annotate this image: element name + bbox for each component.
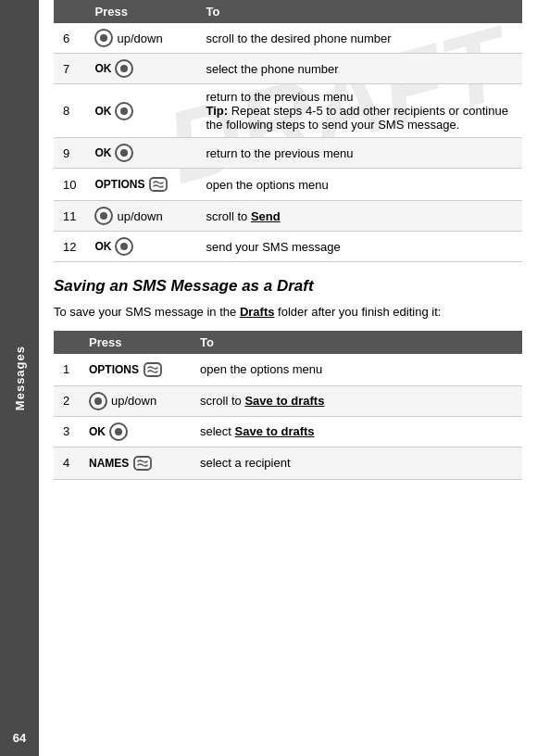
table2-header-press: Press xyxy=(80,331,191,354)
table1-row: 8 OK return to the previous menuTip: Rep… xyxy=(54,84,522,138)
row-press: OPTIONS xyxy=(80,354,191,386)
row-num: 7 xyxy=(54,54,85,84)
to-text: select a recipient xyxy=(200,456,291,470)
row-num: 11 xyxy=(54,201,85,232)
nav-circle-icon xyxy=(94,29,113,47)
nav-circle-icon xyxy=(109,422,128,441)
table2-col-empty xyxy=(54,331,80,354)
options-key-label: OPTIONS xyxy=(94,178,144,191)
names-key-label: NAMES xyxy=(89,457,129,470)
row-press: OK xyxy=(85,232,196,262)
nav-circle-inner xyxy=(94,397,102,405)
row-to: scroll to Send xyxy=(196,201,522,232)
ok-press: OK xyxy=(94,102,187,120)
table1-row: 6 up/down scroll to the desired phone nu… xyxy=(54,23,522,54)
nav-circle-inner xyxy=(120,65,128,72)
row-to: select a recipient xyxy=(191,447,522,479)
row-num: 1 xyxy=(54,354,80,386)
row-to: select the phone number xyxy=(196,54,522,84)
updown-label: up/down xyxy=(117,209,162,223)
row-num: 6 xyxy=(54,23,85,54)
table1-row: 11 up/down scroll to Send xyxy=(54,201,522,232)
table1-row: 7 OK select the phone number xyxy=(54,54,522,84)
table1-row: 12 OK send your SMS message xyxy=(54,232,522,262)
ok-press: OK xyxy=(89,422,181,441)
row-num: 2 xyxy=(54,385,80,416)
tip-text: Tip: Repeat steps 4-5 to add other recip… xyxy=(206,104,507,132)
row-to: scroll to Save to drafts xyxy=(191,385,522,416)
table1-header-press: Press xyxy=(85,0,196,23)
nav-circle-icon xyxy=(94,207,113,225)
row-num: 4 xyxy=(54,447,80,479)
nav-circle-icon xyxy=(115,237,133,256)
row-to: scroll to the desired phone number xyxy=(196,23,522,54)
table2-row: 2 up/down scroll to Save to drafts xyxy=(54,385,522,416)
nav-circle-icon xyxy=(115,144,133,162)
svg-rect-0 xyxy=(150,178,167,191)
sidebar-label: Messages xyxy=(13,346,27,410)
to-text: open the options menu xyxy=(206,178,328,192)
row-to: select Save to drafts xyxy=(191,416,522,447)
nav-circle-inner xyxy=(115,428,122,435)
table1-header-to: To xyxy=(196,0,522,23)
row-press: OK xyxy=(85,138,196,169)
row-to: return to the previous menu xyxy=(196,138,522,169)
row-to: open the options menu xyxy=(191,354,522,386)
to-text: scroll to xyxy=(200,394,242,408)
to-text: return to the previous menu xyxy=(206,90,353,104)
section-intro-bold: Drafts xyxy=(240,305,275,319)
row-num: 9 xyxy=(54,138,85,169)
section-intro-before: To save your SMS message in the xyxy=(54,305,240,319)
row-to: send your SMS message xyxy=(196,232,522,262)
ok-key-label: OK xyxy=(89,425,106,438)
table2-header-to: To xyxy=(191,331,522,354)
to-bold: Send xyxy=(251,209,281,223)
table1-row: 10 OPTIONS open the options menu xyxy=(54,169,522,201)
nav-circle-inner xyxy=(120,107,128,115)
table1: Press To 6 up/down scroll to the desired… xyxy=(54,0,522,262)
ok-key-label: OK xyxy=(94,240,111,253)
row-num: 3 xyxy=(54,416,80,447)
ok-press: OK xyxy=(94,144,187,162)
ok-press: OK xyxy=(94,59,187,78)
row-press: OK xyxy=(85,54,196,84)
section-intro-after: folder after you finish editing it: xyxy=(274,305,441,319)
table2-row: 1 OPTIONS open the options menu xyxy=(54,354,522,386)
to-text: select xyxy=(200,424,231,438)
row-press: up/down xyxy=(85,201,196,232)
table1-row: 9 OK return to the previous menu xyxy=(54,138,522,169)
main-content: Press To 6 up/down scroll to the desired… xyxy=(39,0,537,756)
nav-circle-inner xyxy=(100,212,107,220)
row-press: OK xyxy=(85,84,196,138)
nav-circle-icon xyxy=(115,59,133,78)
nav-circle-icon xyxy=(89,392,107,410)
row-to: open the options menu xyxy=(196,169,522,201)
options-key-label: OPTIONS xyxy=(89,363,139,376)
softkey-icon xyxy=(132,453,153,473)
updown-press: up/down xyxy=(89,392,181,410)
table2-row: 4 NAMES select a recipient xyxy=(54,447,522,479)
names-press: NAMES xyxy=(89,453,181,473)
ok-key-label: OK xyxy=(94,146,111,159)
row-num: 8 xyxy=(54,84,85,138)
to-bold: Save to drafts xyxy=(235,424,315,438)
to-text: return to the previous menu xyxy=(206,146,353,160)
row-press: NAMES xyxy=(80,447,191,479)
softkey-icon xyxy=(148,174,169,195)
nav-circle-inner xyxy=(100,34,107,42)
page-number: 64 xyxy=(0,719,39,756)
to-text: send your SMS message xyxy=(206,240,340,254)
row-press: OPTIONS xyxy=(85,169,196,201)
row-press: up/down xyxy=(85,23,196,54)
updown-label: up/down xyxy=(111,394,156,408)
to-bold: Save to drafts xyxy=(244,394,324,408)
options-press: OPTIONS xyxy=(94,174,187,195)
section-heading: Saving an SMS Message as a Draft xyxy=(54,277,522,296)
updown-label: up/down xyxy=(117,32,162,45)
nav-circle-inner xyxy=(120,243,128,250)
ok-key-label: OK xyxy=(94,105,111,118)
to-text: select the phone number xyxy=(206,62,338,76)
row-press: up/down xyxy=(80,385,191,416)
softkey-icon xyxy=(143,359,163,380)
to-text: open the options menu xyxy=(200,362,322,376)
